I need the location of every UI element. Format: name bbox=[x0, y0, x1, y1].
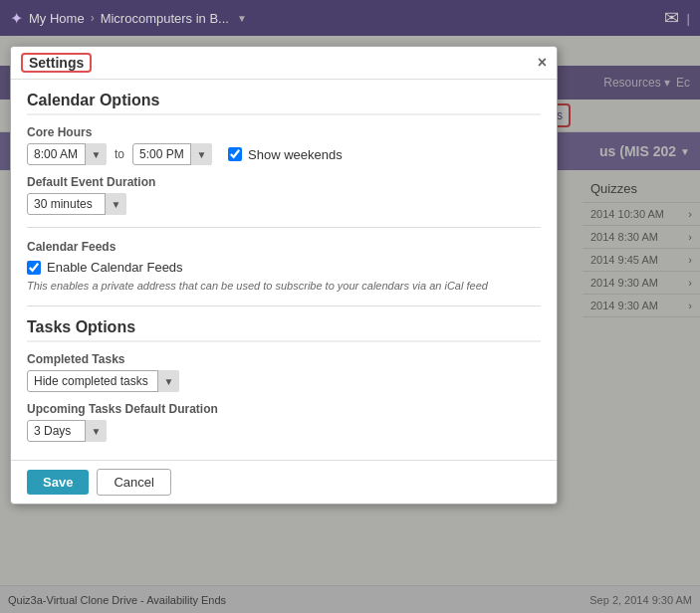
course-link[interactable]: Microcomputers in B... bbox=[101, 11, 229, 26]
modal-title-bar: Settings × bbox=[11, 47, 557, 80]
start-time-select[interactable]: 8:00 AM 9:00 AM bbox=[27, 143, 107, 165]
snowflake-icon: ✦ bbox=[10, 9, 23, 28]
cancel-button[interactable]: Cancel bbox=[97, 469, 170, 496]
calendar-feeds-label: Calendar Feeds bbox=[27, 240, 541, 254]
core-hours-label: Core Hours bbox=[27, 125, 541, 139]
end-time-select[interactable]: 5:00 PM 6:00 PM bbox=[132, 143, 212, 165]
end-time-wrap: 5:00 PM 6:00 PM ▼ bbox=[132, 143, 212, 165]
top-navigation: ✦ My Home › Microcomputers in B... ▼ ✉ | bbox=[0, 0, 700, 36]
completed-tasks-label: Completed Tasks bbox=[27, 352, 541, 366]
top-nav-right: ✉ | bbox=[664, 7, 690, 29]
upcoming-duration-select[interactable]: 3 Days 1 Day 7 Days 14 Days bbox=[27, 420, 107, 442]
completed-tasks-row: Hide completed tasks Show completed task… bbox=[27, 370, 541, 392]
enable-feeds-label: Enable Calendar Feeds bbox=[47, 260, 183, 275]
enable-feeds-row: Enable Calendar Feeds bbox=[27, 260, 541, 275]
default-duration-wrap: 30 minutes 15 minutes 1 hour ▼ bbox=[27, 193, 126, 215]
enable-feeds-checkbox[interactable] bbox=[27, 261, 41, 275]
modal-close-button[interactable]: × bbox=[538, 54, 547, 72]
breadcrumb-separator: › bbox=[91, 11, 95, 25]
modal-overlay: Settings × Calendar Options Core Hours 8… bbox=[0, 36, 700, 613]
nav-divider: | bbox=[687, 11, 690, 26]
course-dropdown-icon[interactable]: ▼ bbox=[237, 13, 247, 24]
calendar-divider bbox=[27, 227, 541, 228]
tasks-divider bbox=[27, 306, 541, 306]
modal-body: Calendar Options Core Hours 8:00 AM 9:00… bbox=[11, 80, 557, 460]
core-hours-row: 8:00 AM 9:00 AM ▼ to 5:00 PM 6:00 PM ▼ S… bbox=[27, 143, 541, 165]
upcoming-duration-label: Upcoming Tasks Default Duration bbox=[27, 402, 541, 416]
save-button[interactable]: Save bbox=[27, 470, 89, 495]
settings-modal: Settings × Calendar Options Core Hours 8… bbox=[10, 46, 558, 505]
calendar-section-title: Calendar Options bbox=[27, 92, 541, 115]
completed-tasks-wrap: Hide completed tasks Show completed task… bbox=[27, 370, 179, 392]
my-home-link[interactable]: My Home bbox=[29, 11, 85, 26]
show-weekends-checkbox[interactable] bbox=[228, 147, 242, 161]
default-duration-label: Default Event Duration bbox=[27, 175, 541, 189]
to-label: to bbox=[115, 147, 124, 161]
completed-tasks-select[interactable]: Hide completed tasks Show completed task… bbox=[27, 370, 179, 392]
show-weekends-label: Show weekends bbox=[248, 147, 343, 162]
modal-title: Settings bbox=[21, 53, 92, 73]
feeds-help-text: This enables a private address that can … bbox=[27, 279, 541, 294]
default-duration-row: 30 minutes 15 minutes 1 hour ▼ bbox=[27, 193, 541, 215]
show-weekends-row: Show weekends bbox=[228, 147, 343, 162]
default-duration-select[interactable]: 30 minutes 15 minutes 1 hour bbox=[27, 193, 126, 215]
upcoming-duration-row: 3 Days 1 Day 7 Days 14 Days ▼ bbox=[27, 420, 541, 442]
start-time-wrap: 8:00 AM 9:00 AM ▼ bbox=[27, 143, 107, 165]
upcoming-duration-wrap: 3 Days 1 Day 7 Days 14 Days ▼ bbox=[27, 420, 107, 442]
tasks-section-title: Tasks Options bbox=[27, 318, 541, 342]
mail-icon[interactable]: ✉ bbox=[664, 7, 679, 29]
modal-footer: Save Cancel bbox=[11, 460, 557, 504]
